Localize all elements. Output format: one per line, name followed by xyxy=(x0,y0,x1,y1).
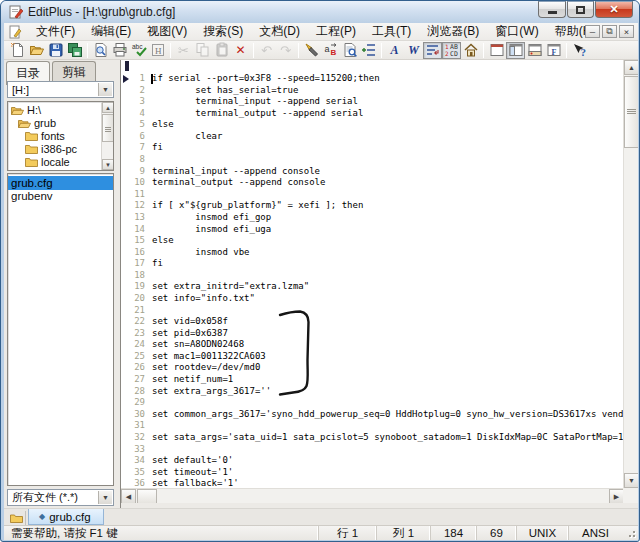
menu-bar: 文件(F)编辑(E)视图(V)搜索(S)文档(D)工程(P)工具(T)浏览器(B… xyxy=(4,23,638,41)
menu-item-document[interactable]: 文档(D) xyxy=(251,22,308,41)
tree-item-fonts[interactable]: fonts xyxy=(11,130,113,143)
menu-item-tools[interactable]: 工具(T) xyxy=(364,22,419,41)
new-icon xyxy=(10,42,26,58)
menu-item-view[interactable]: 视图(V) xyxy=(139,22,195,41)
menu-item-project[interactable]: 工程(P) xyxy=(308,22,364,41)
menu-item-edit[interactable]: 编辑(E) xyxy=(83,22,139,41)
code-line: 28set extra_args_3617='' xyxy=(121,386,624,398)
html-toolbar-button[interactable]: A xyxy=(385,42,404,59)
cliptext-window-toggle[interactable] xyxy=(506,42,525,59)
code-line: 27set netif_num=1 xyxy=(121,374,624,386)
tree-item-i386-pc[interactable]: i386-pc xyxy=(11,142,113,155)
print-button[interactable] xyxy=(110,42,129,59)
copy-button xyxy=(193,42,212,59)
scroll-left-icon[interactable]: ◀ xyxy=(121,489,136,504)
code-area[interactable]: 1if serial --port=0x3F8 --speed=115200;t… xyxy=(121,73,624,490)
spell-check-button[interactable]: abc xyxy=(129,42,148,59)
line-number-toggle[interactable]: 12ABCD xyxy=(442,42,461,59)
htmlA-icon: A xyxy=(390,44,398,56)
code-line: 33 xyxy=(121,444,624,456)
line-number: 32 xyxy=(121,432,145,444)
directory-tree[interactable]: H:\grubfontsi386-pclocalex86_64-efi ▲ ▼ xyxy=(7,101,114,171)
drive-select[interactable]: [H:] ▼ xyxy=(7,81,114,98)
code-text: fi xyxy=(152,258,163,268)
save-all-button[interactable] xyxy=(65,42,84,59)
delete-button[interactable]: ✕ xyxy=(231,42,250,59)
open-folder-icon xyxy=(11,105,24,115)
menu-item-window[interactable]: 窗口(W) xyxy=(487,22,546,41)
tree-item-locale[interactable]: locale xyxy=(11,155,113,168)
file-item-grub-cfg[interactable]: grub.cfg xyxy=(8,176,113,190)
goto-line-button[interactable] xyxy=(359,42,378,59)
svg-text:abc: abc xyxy=(132,43,143,50)
editor-pane[interactable]: ----+----1----+----2----+----3----+----4… xyxy=(120,60,638,508)
status-line: 行 1 xyxy=(318,526,376,540)
folder-icon xyxy=(25,131,38,141)
code-line: 13 insmod efi_gop xyxy=(121,212,624,224)
tree-scrollbar[interactable]: ▲ ▼ xyxy=(101,102,113,170)
code-line: 18 xyxy=(121,270,624,282)
open-file-button[interactable] xyxy=(27,42,46,59)
chevron-down-icon[interactable]: ▼ xyxy=(98,491,112,504)
mdi-close-button[interactable]: × xyxy=(619,25,634,38)
file-filter-value: 所有文件 (*.*) xyxy=(12,490,78,505)
directory-window-toggle[interactable] xyxy=(487,42,506,59)
code-text: set common_args_3617='syno_hdd_powerup_s… xyxy=(152,409,624,419)
tree-scrollbar-thumb[interactable] xyxy=(102,114,114,142)
view-in-browser-button[interactable]: W xyxy=(404,42,423,59)
code-text: terminal_input --append serial xyxy=(152,96,358,106)
hex-viewer-button[interactable]: H xyxy=(148,42,167,59)
tab-grub-cfg[interactable]: ◆ grub.cfg xyxy=(28,509,104,525)
print-preview-button[interactable] xyxy=(91,42,110,59)
code-line: 14 insmod efi_uga xyxy=(121,224,624,236)
menu-item-file[interactable]: 文件(F) xyxy=(28,22,83,41)
horizontal-scrollbar[interactable]: ◀ ▶ xyxy=(121,488,624,503)
mdi-minimize-button[interactable]: – xyxy=(585,25,600,38)
minimize-button[interactable] xyxy=(538,1,566,18)
scroll-right-icon[interactable]: ▶ xyxy=(609,489,624,504)
tree-item-x86-64-efi[interactable]: x86_64-efi xyxy=(11,168,113,171)
replace-button[interactable]: aB xyxy=(321,42,340,59)
folder-icon xyxy=(10,513,23,523)
file-item-grubenv[interactable]: grubenv xyxy=(8,190,113,204)
close-icon: ✕ xyxy=(609,3,618,16)
chevron-down-icon[interactable]: ▼ xyxy=(98,83,112,96)
menu-item-search[interactable]: 搜索(S) xyxy=(195,22,251,41)
scroll-up-icon[interactable]: ▲ xyxy=(624,60,638,75)
new-file-button[interactable] xyxy=(8,42,27,59)
tree-item-h[interactable]: H:\ xyxy=(11,104,113,117)
undo-icon: ↶ xyxy=(261,44,272,57)
close-button[interactable]: ✕ xyxy=(595,1,633,18)
document-selector-button[interactable] xyxy=(8,511,26,525)
svg-text:B: B xyxy=(330,48,336,57)
title-bar[interactable]: EditPlus - [H:\grub\grub.cfg] ✕ xyxy=(1,1,639,23)
context-help-button[interactable]: ? xyxy=(570,42,589,59)
menu-item-browser[interactable]: 浏览器(B) xyxy=(419,22,487,41)
vertical-scrollbar-thumb[interactable] xyxy=(624,76,638,148)
tree-item-grub[interactable]: grub xyxy=(11,117,113,130)
status-bar: 需要帮助, 请按 F1 键 行 1列 118469UNIXANSI xyxy=(4,525,638,540)
full-screen-toggle[interactable]: F xyxy=(544,42,563,59)
sync-directory-button[interactable] xyxy=(461,42,480,59)
output-window-toggle[interactable] xyxy=(525,42,544,59)
scroll-down-icon[interactable]: ▼ xyxy=(102,159,114,170)
code-text: insmod efi_uga xyxy=(152,224,271,234)
mdi-restore-button[interactable]: ⧉ xyxy=(602,25,617,38)
file-filter-select[interactable]: 所有文件 (*.*) ▼ xyxy=(7,489,114,506)
word-wrap-toggle[interactable] xyxy=(423,42,442,59)
scroll-up-icon[interactable]: ▲ xyxy=(102,102,114,113)
maximize-button[interactable] xyxy=(567,1,594,18)
find-button[interactable] xyxy=(302,42,321,59)
file-list[interactable]: grub.cfggrubenv xyxy=(7,173,114,486)
horizontal-scrollbar-thumb[interactable] xyxy=(137,489,157,504)
code-line: 31 xyxy=(121,420,624,432)
main-area: 目录剪辑 [H:] ▼ H:\grubfontsi386-pclocalex86… xyxy=(4,60,638,508)
vertical-scrollbar[interactable]: ▲ ▼ xyxy=(623,60,638,488)
resize-grip[interactable] xyxy=(622,526,638,540)
find-in-files-button[interactable] xyxy=(340,42,359,59)
line-number: 13 xyxy=(121,212,145,224)
paste-icon xyxy=(214,42,230,58)
save-button[interactable] xyxy=(46,42,65,59)
scroll-down-icon[interactable]: ▼ xyxy=(624,473,638,488)
line-number: 18 xyxy=(121,270,145,282)
